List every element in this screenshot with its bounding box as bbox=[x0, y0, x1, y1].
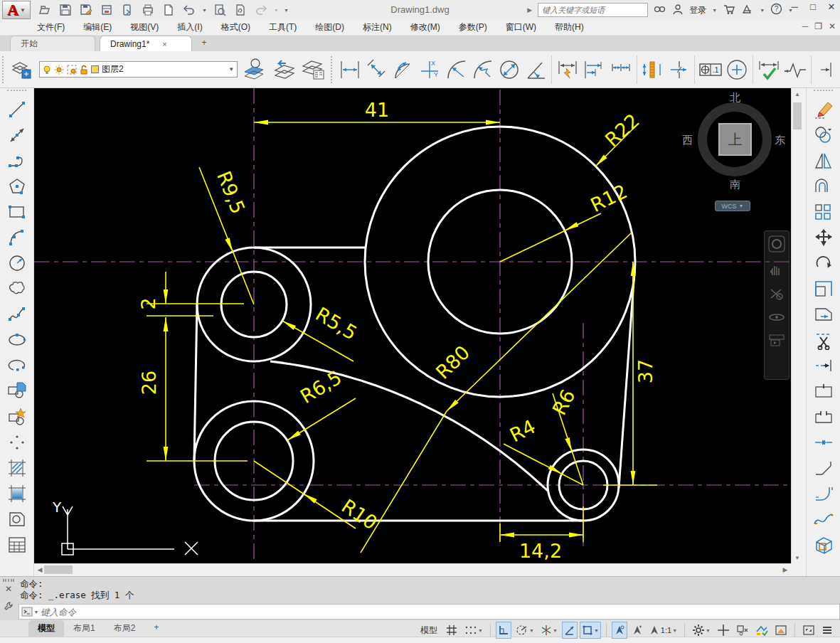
viewcube[interactable]: 北 南 西 东 上 bbox=[686, 94, 786, 201]
help-search-input[interactable] bbox=[538, 3, 648, 17]
user-icon[interactable] bbox=[672, 4, 684, 17]
orbit-icon[interactable] bbox=[767, 311, 786, 324]
navigation-bar[interactable] bbox=[764, 230, 790, 380]
help-icon[interactable]: ? bbox=[770, 3, 782, 17]
angular-dimension-button[interactable] bbox=[523, 54, 549, 85]
save-button[interactable] bbox=[58, 2, 73, 18]
radius-dimension-button[interactable] bbox=[443, 54, 469, 85]
maximize-button[interactable]: □ bbox=[807, 1, 819, 12]
center-mark-button[interactable] bbox=[724, 54, 750, 85]
workspace-switching-button[interactable]: ▼ bbox=[691, 622, 712, 638]
snap-dropdown[interactable]: ▼ bbox=[478, 628, 483, 633]
search-icon[interactable] bbox=[654, 4, 666, 17]
layout-tab-layout1[interactable]: 布局1 bbox=[64, 620, 105, 637]
dimension-jog-line-button[interactable] bbox=[782, 54, 808, 85]
doc-minimize-button[interactable]: ─ bbox=[802, 21, 809, 31]
vertical-scroll-thumb[interactable] bbox=[793, 102, 802, 129]
viewcube-west[interactable]: 西 bbox=[682, 134, 693, 147]
ortho-mode-toggle[interactable] bbox=[496, 622, 511, 638]
annotation-visibility-toggle[interactable] bbox=[612, 622, 627, 638]
line-tool-button[interactable] bbox=[0, 97, 34, 122]
viewcube-east[interactable]: 东 bbox=[775, 134, 785, 147]
clean-screen-placeholder-button[interactable] bbox=[773, 622, 789, 638]
viewcube-top-face[interactable]: 上 bbox=[718, 123, 752, 156]
undo-button[interactable] bbox=[181, 2, 197, 18]
blend-curves-tool-button[interactable] bbox=[807, 506, 840, 532]
a360-icon[interactable] bbox=[741, 4, 754, 17]
dimension-toolbar-grip[interactable] bbox=[331, 56, 335, 83]
break-at-point-tool-button[interactable] bbox=[807, 378, 840, 404]
linear-dimension-button[interactable] bbox=[336, 54, 363, 85]
command-wrench-icon[interactable] bbox=[4, 601, 18, 613]
right-tangent-line[interactable] bbox=[619, 272, 634, 488]
polar-tracking-toggle[interactable]: ▼ bbox=[514, 622, 536, 638]
menu-parametric[interactable]: 参数(P) bbox=[459, 21, 487, 33]
scroll-up-icon[interactable]: ▲ bbox=[792, 88, 803, 100]
draw-toolbar-grip[interactable] bbox=[7, 90, 26, 95]
isodraft-dropdown[interactable]: ▼ bbox=[553, 628, 558, 633]
dim-41[interactable]: 41 bbox=[254, 99, 500, 124]
save-as-button[interactable] bbox=[78, 2, 94, 18]
fullscreen-button[interactable] bbox=[801, 622, 817, 638]
sign-in-dropdown[interactable]: ▼ bbox=[712, 8, 717, 13]
dim-r65[interactable]: R6,5 bbox=[286, 366, 356, 442]
new-drawing-button[interactable] bbox=[161, 2, 176, 18]
array-tool-button[interactable] bbox=[807, 199, 840, 225]
zoom-extents-icon[interactable] bbox=[768, 287, 785, 301]
point-tool-button[interactable] bbox=[0, 430, 34, 455]
drawing-canvas[interactable]: 41 R22 R12 R9,5 bbox=[34, 88, 791, 563]
menu-insert[interactable]: 插入(I) bbox=[177, 21, 202, 33]
layer-previous-button[interactable] bbox=[270, 54, 299, 85]
jogged-dimension-button[interactable] bbox=[469, 54, 496, 85]
sign-in-label[interactable]: 登录 bbox=[689, 4, 706, 16]
horizontal-scrollbar[interactable]: ◀ ▶ bbox=[34, 563, 791, 575]
scale-tool-button[interactable] bbox=[807, 276, 840, 302]
menu-draw[interactable]: 绘图(D) bbox=[315, 21, 344, 33]
model-space-label[interactable]: 模型 bbox=[420, 625, 437, 637]
isodraft-toggle[interactable]: ▼ bbox=[539, 622, 559, 638]
customization-menu-button[interactable] bbox=[820, 622, 834, 638]
left-tangent-line[interactable] bbox=[194, 304, 197, 460]
dim-r80[interactable]: R80 bbox=[361, 233, 632, 553]
mirror-tool-button[interactable] bbox=[807, 148, 840, 174]
close-button[interactable]: ✕ bbox=[826, 1, 837, 12]
annotation-autoscale-toggle[interactable] bbox=[630, 622, 644, 638]
dim-r10[interactable]: R10 bbox=[254, 461, 381, 534]
make-object-layer-current-button[interactable] bbox=[240, 54, 270, 85]
menu-help[interactable]: 帮助(H) bbox=[555, 21, 584, 33]
attach-button[interactable] bbox=[233, 2, 248, 18]
layer-dropdown[interactable]: 图层2 ▼ bbox=[39, 61, 238, 78]
layer-dropdown-chevron-icon[interactable]: ▼ bbox=[228, 66, 234, 73]
baseline-dimension-button[interactable] bbox=[581, 54, 607, 85]
revision-cloud-tool-button[interactable] bbox=[0, 276, 34, 302]
trim-tool-button[interactable] bbox=[807, 327, 840, 353]
redo-dropdown[interactable]: ▼ bbox=[274, 8, 279, 13]
dim-26[interactable]: 26 bbox=[138, 317, 248, 461]
menu-format[interactable]: 格式(O) bbox=[221, 21, 250, 33]
exchange-store-icon[interactable] bbox=[723, 4, 735, 17]
command-input[interactable] bbox=[41, 607, 839, 617]
construction-line-tool-button[interactable] bbox=[0, 122, 34, 148]
quick-dimension-button[interactable] bbox=[554, 54, 580, 85]
infocenter-expand-icon[interactable]: ▶ bbox=[527, 6, 532, 14]
command-close-icon[interactable]: ✕ bbox=[5, 584, 18, 594]
insert-block-tool-button[interactable] bbox=[0, 378, 34, 404]
erase-tool-button[interactable] bbox=[807, 97, 840, 122]
stretch-tool-button[interactable] bbox=[807, 302, 840, 327]
modify-toolbar-grip[interactable] bbox=[814, 90, 833, 95]
menu-file[interactable]: 文件(F) bbox=[37, 21, 65, 33]
layer-properties-button[interactable] bbox=[9, 54, 36, 85]
viewcube-south[interactable]: 南 bbox=[730, 178, 740, 191]
scroll-right-icon[interactable]: ▶ bbox=[780, 564, 791, 575]
hatch-tool-button[interactable] bbox=[0, 455, 34, 481]
doc-close-button[interactable]: ✕ bbox=[829, 21, 836, 31]
ellipse-arc-tool-button[interactable] bbox=[0, 353, 34, 378]
preview-button[interactable] bbox=[212, 2, 228, 18]
continue-dimension-button[interactable] bbox=[607, 54, 634, 85]
layout-tab-model[interactable]: 模型 bbox=[28, 620, 64, 637]
undo-dropdown[interactable]: ▼ bbox=[202, 8, 207, 13]
chamfer-tool-button[interactable] bbox=[807, 455, 840, 481]
layer-states-manager-button[interactable] bbox=[299, 54, 328, 85]
command-grip[interactable] bbox=[3, 579, 14, 582]
scroll-down-icon[interactable]: ▼ bbox=[792, 552, 803, 563]
